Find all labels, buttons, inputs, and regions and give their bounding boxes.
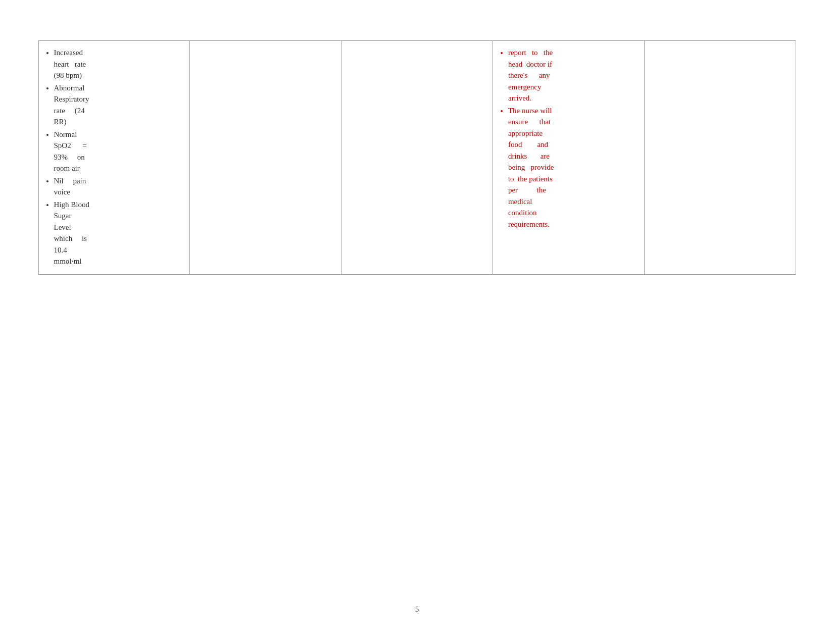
cell-col3: [341, 41, 493, 275]
action2-text: The nurse will ensure that appropriate f…: [508, 107, 554, 228]
list-item: Nil painvoice: [54, 175, 185, 198]
cell-col2: [190, 41, 341, 275]
action1-text: report to the head doctor if there's any…: [508, 48, 553, 102]
cell-col5: [644, 41, 796, 275]
list-item-action1: report to the head doctor if there's any…: [508, 47, 639, 104]
list-item: Increasedheart rate(98 bpm): [54, 47, 185, 81]
actions-list: report to the head doctor if there's any…: [498, 47, 639, 230]
list-item-action2: The nurse will ensure that appropriate f…: [508, 105, 639, 230]
table-row: Increasedheart rate(98 bpm) AbnormalResp…: [38, 41, 796, 275]
list-item: NormalSpO2 =93% onroom air: [54, 129, 185, 174]
page-number: 5: [415, 605, 419, 614]
cell-col1: Increasedheart rate(98 bpm) AbnormalResp…: [38, 41, 190, 275]
page-container: Increasedheart rate(98 bpm) AbnormalResp…: [0, 0, 834, 644]
list-item: AbnormalRespiratoryrate (24RR): [54, 82, 185, 128]
main-table: Increasedheart rate(98 bpm) AbnormalResp…: [38, 40, 796, 275]
list-item: High BloodSugarLevelwhich is10.4mmol/ml: [54, 199, 185, 267]
table-wrapper: Increasedheart rate(98 bpm) AbnormalResp…: [38, 40, 796, 275]
cell-col4: report to the head doctor if there's any…: [493, 41, 644, 275]
symptoms-list: Increasedheart rate(98 bpm) AbnormalResp…: [44, 47, 185, 267]
